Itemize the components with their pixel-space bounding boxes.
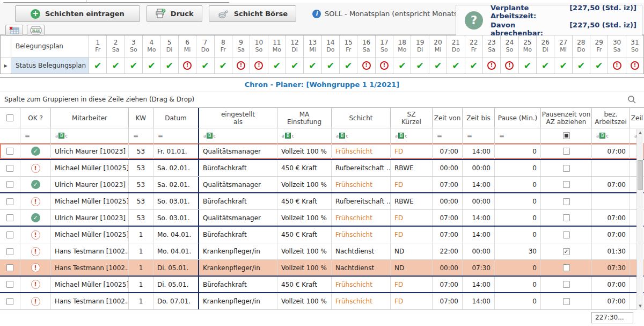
day-status-cell-17[interactable]: ! [376, 57, 393, 74]
calendar-day-27[interactable]: 27Mi [554, 35, 572, 57]
deduct-checkbox[interactable] [563, 248, 570, 255]
column-header-kw[interactable]: KW [129, 108, 153, 128]
filter-sz-kuerzel[interactable]: aBc [391, 128, 433, 143]
day-status-cell-9[interactable]: ! [232, 57, 250, 74]
column-header-pause[interactable]: Pause (Min.) [495, 108, 541, 128]
column-header-select[interactable] [0, 108, 20, 128]
calendar-day-2[interactable]: 2Sa [107, 35, 125, 57]
calendar-day-12[interactable]: 12Di [286, 35, 304, 57]
day-status-cell-21[interactable]: ✔ [447, 57, 465, 74]
calendar-day-22[interactable]: 22Fr [465, 35, 483, 57]
day-status-cell-24[interactable]: ! [501, 57, 518, 74]
deduct-checkbox[interactable] [563, 298, 570, 305]
scrollbar-thumb[interactable] [638, 160, 643, 190]
calendar-day-1[interactable]: 1Fr [89, 35, 107, 57]
column-header-pausenzeit[interactable]: Pausenzeit vonAZ abziehen [541, 108, 592, 128]
group-by-panel[interactable]: Spalte zum Gruppieren in diese Zeile zie… [0, 91, 644, 108]
day-status-cell-11[interactable]: ✔ [268, 57, 286, 74]
day-status-cell-5[interactable]: ✔ [160, 57, 178, 74]
column-header-mitarbeiter[interactable]: Mitarbeiter [51, 108, 129, 128]
calendar-day-25[interactable]: 25Mo [519, 35, 537, 57]
day-status-cell-22[interactable]: ✔ [465, 57, 483, 74]
day-status-cell-8[interactable]: ✔ [215, 57, 232, 74]
scroll-up-button[interactable]: ▲ [637, 129, 643, 136]
row-checkbox[interactable] [6, 248, 13, 255]
calendar-day-20[interactable]: 20Mi [429, 35, 447, 57]
table-row-4[interactable]: !Michael Müller [10025]53So. 03.01.Bürof… [0, 193, 644, 210]
row-checkbox[interactable] [6, 231, 13, 238]
vertical-scrollbar[interactable]: ▲ ▼ [636, 129, 643, 310]
filter-eingestellt-als[interactable]: aBc [199, 128, 277, 143]
column-header-schicht[interactable]: Schicht [332, 108, 391, 128]
scroll-down-button[interactable]: ▼ [637, 302, 643, 310]
table-row-6[interactable]: !Michael Müller [10025]1Mo. 04.01.Bürofa… [0, 227, 644, 243]
calendar-day-9[interactable]: 9Sa [232, 35, 250, 57]
calendar-day-18[interactable]: 18Mo [393, 35, 411, 57]
day-status-cell-10[interactable]: ! [250, 57, 268, 74]
row-checkbox[interactable] [6, 165, 13, 172]
calendar-day-16[interactable]: 16Sa [357, 35, 375, 57]
calendar-day-6[interactable]: 6Mi [179, 35, 196, 57]
filter-pause[interactable]: = [495, 128, 541, 143]
column-header-datum[interactable]: Datum [153, 108, 199, 128]
calendar-day-4[interactable]: 4Mo [143, 35, 160, 57]
day-status-cell-14[interactable]: ✔ [322, 57, 340, 74]
day-status-cell-6[interactable]: ! [179, 57, 196, 74]
column-header-zeit-bis[interactable]: Zeit bis [463, 108, 495, 128]
calendar-day-19[interactable]: 19Di [411, 35, 429, 57]
deduct-checkbox[interactable] [563, 214, 570, 221]
table-row-1[interactable]: ✓Ulrich Maurer [10023]53Fr. 01.01.Qualit… [0, 143, 644, 160]
filter-bez-arbeitszeit[interactable]: aBc [592, 128, 630, 143]
column-header-zeile[interactable]: Zeil [630, 108, 644, 128]
filter-ok[interactable]: = [20, 128, 51, 143]
day-status-cell-12[interactable]: ✔ [286, 57, 304, 74]
column-header-bez-arbeitszeit[interactable]: bez.Arbeitszei [592, 108, 630, 128]
day-status-cell-18[interactable]: ✔ [393, 57, 411, 74]
xlsx-export-button[interactable]: XLSX [27, 25, 45, 36]
expand-row-icon[interactable]: ▶ [4, 63, 7, 68]
deduct-checkbox[interactable] [563, 198, 570, 205]
day-status-cell-1[interactable]: ✔ [89, 57, 107, 74]
calendar-day-3[interactable]: 3So [125, 35, 143, 57]
row-checkbox[interactable] [6, 214, 13, 221]
day-status-cell-7[interactable]: ✔ [196, 57, 214, 74]
filter-ma-einstufung[interactable]: aBc [277, 128, 332, 143]
calendar-day-14[interactable]: 14Do [322, 35, 340, 57]
table-row-9[interactable]: !Michael Müller [10025]1Di. 05.01.Bürofa… [0, 277, 644, 293]
schicht-boerse-button[interactable]: Schicht Börse [209, 5, 296, 22]
column-header-eingestellt-als[interactable]: eingestelltals [199, 108, 277, 128]
column-header-sz-kuerzel[interactable]: SZKürzel [391, 108, 433, 128]
day-status-cell-13[interactable]: ✔ [304, 57, 321, 74]
day-status-cell-20[interactable]: ✔ [429, 57, 447, 74]
calendar-day-11[interactable]: 11Mo [268, 35, 286, 57]
column-header-zeit-von[interactable]: Zeit von [433, 108, 463, 128]
search-icon[interactable] [627, 95, 636, 104]
calendar-day-30[interactable]: 30Sa [608, 35, 626, 57]
column-header-ma-einstufung[interactable]: MAEinstufung [277, 108, 332, 128]
calendar-day-24[interactable]: 24So [501, 35, 518, 57]
table-row-3[interactable]: ✓Ulrich Maurer [10023]53Sa. 02.01.Qualit… [0, 177, 644, 193]
calendar-day-23[interactable]: 23Sa [483, 35, 501, 57]
row-checkbox[interactable] [6, 198, 13, 205]
day-status-cell-25[interactable]: ✔ [519, 57, 537, 74]
day-status-cell-3[interactable]: ✔ [125, 57, 143, 74]
deduct-checkbox[interactable] [563, 181, 570, 188]
day-status-cell-2[interactable]: ✔ [107, 57, 125, 74]
filter-zeit-von[interactable]: = [433, 128, 463, 143]
deduct-checkbox[interactable] [563, 165, 570, 172]
day-status-cell-16[interactable]: ! [357, 57, 375, 74]
calendar-day-5[interactable]: 5Di [160, 35, 178, 57]
calendar-day-26[interactable]: 26Di [537, 35, 554, 57]
day-status-cell-23[interactable]: ! [483, 57, 501, 74]
calendar-day-15[interactable]: 15Fr [340, 35, 357, 57]
select-all-checkbox[interactable] [6, 114, 13, 121]
calendar-day-29[interactable]: 29Fr [590, 35, 608, 57]
row-checkbox[interactable] [6, 181, 13, 188]
checkbox-filter-icon[interactable] [563, 132, 570, 139]
calendar-day-17[interactable]: 17So [376, 35, 393, 57]
row-checkbox[interactable] [6, 148, 13, 155]
row-checkbox[interactable] [6, 264, 13, 271]
day-status-cell-4[interactable]: ✔ [143, 57, 160, 74]
help-icon[interactable]: ? [465, 11, 483, 30]
table-row-2[interactable]: !Michael Müller [10025]53Sa. 02.01.Bürof… [0, 160, 644, 177]
